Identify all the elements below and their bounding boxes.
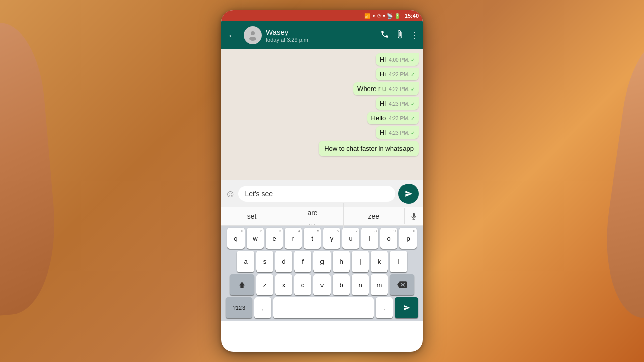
chat-area: Hi 4:00 PM. ✓ Hi 4:22 PM. ✓ Where r u 4:… — [221, 49, 423, 180]
phone-icon[interactable] — [380, 30, 389, 41]
key-j[interactable]: j — [352, 251, 369, 272]
key-l[interactable]: l — [390, 251, 407, 272]
more-icon[interactable]: ⋮ — [411, 31, 419, 40]
key-u[interactable]: 7u — [342, 228, 359, 249]
key-v[interactable]: v — [313, 274, 331, 295]
key-q[interactable]: 1q — [227, 228, 245, 249]
battery-icon: 🔋 — [394, 13, 400, 19]
space-key[interactable] — [273, 297, 374, 318]
key-c[interactable]: c — [294, 274, 311, 295]
keyboard-row-4: ?123 , . — [222, 297, 422, 318]
avatar — [244, 26, 262, 44]
status-bar: 📶 ✦ ⟳ ▾ 📡 🔋 15:40 — [221, 10, 423, 21]
emoji-button[interactable]: ☺ — [225, 188, 235, 200]
back-button[interactable]: ← — [225, 28, 239, 43]
hand-left — [0, 20, 63, 322]
signal-icon: 📡 — [387, 13, 393, 19]
message-5: Hello 4:23 PM. ✓ — [367, 112, 419, 124]
key-o[interactable]: 9o — [380, 228, 397, 249]
message-input-field[interactable]: Let's see — [238, 186, 395, 202]
svg-point-1 — [249, 37, 256, 41]
key-r[interactable]: 4r — [285, 228, 302, 249]
message-3: Where r u 4:22 PM. ✓ — [353, 82, 419, 95]
keyboard: 1q 2w 3e 4r 5t 6y 7u 8i 9o 0p a s d f g … — [221, 226, 423, 321]
mic-button[interactable] — [405, 212, 423, 220]
key-h[interactable]: h — [333, 251, 350, 272]
key-b[interactable]: b — [333, 274, 350, 295]
svg-point-0 — [251, 31, 255, 35]
autocomplete-zee[interactable]: zee — [344, 208, 405, 224]
comma-key[interactable]: , — [254, 297, 271, 318]
bluetooth-icon: ✦ — [372, 13, 376, 19]
contact-name: Wasey — [266, 28, 376, 37]
key-y[interactable]: 6y — [323, 228, 340, 249]
autocomplete-set[interactable]: set — [221, 208, 282, 224]
wifi-icon: ▾ — [383, 13, 385, 19]
message-6: Hi 4:23 PM. ✓ — [376, 126, 419, 139]
contact-status: today at 3:29 p.m. — [266, 37, 376, 43]
key-s[interactable]: s — [256, 251, 273, 272]
sim-icon: 📶 — [364, 13, 370, 19]
key-t[interactable]: 5t — [304, 228, 321, 249]
key-e[interactable]: 3e — [266, 228, 283, 249]
message-1: Hi 4:00 PM. ✓ — [376, 53, 419, 66]
key-d[interactable]: d — [275, 251, 292, 272]
scene: 📶 ✦ ⟳ ▾ 📡 🔋 15:40 ← Wasey today at 3:29 … — [0, 0, 644, 362]
period-key[interactable]: . — [376, 297, 393, 318]
message-2: Hi 4:22 PM. ✓ — [376, 68, 419, 80]
key-z[interactable]: z — [256, 274, 273, 295]
header-icons: ⋮ — [380, 30, 419, 41]
key-i[interactable]: 8i — [361, 228, 378, 249]
chat-header: ← Wasey today at 3:29 p.m. — [221, 21, 423, 49]
autocomplete-are[interactable]: are — [307, 205, 317, 221]
attach-icon[interactable] — [395, 30, 405, 41]
shift-key[interactable] — [230, 274, 254, 295]
contact-info: Wasey today at 3:29 p.m. — [266, 28, 376, 43]
message-7: How to chat faster in whatsapp — [319, 141, 419, 156]
autocomplete-bar: set are ··· zee — [221, 207, 423, 226]
send-button[interactable] — [398, 184, 419, 204]
sym-key[interactable]: ?123 — [226, 297, 252, 318]
message-4: Hi 4:23 PM. ✓ — [376, 97, 419, 110]
status-time: 15:40 — [405, 13, 419, 19]
input-text-plain: Let's — [245, 190, 261, 198]
keyboard-send-key[interactable] — [395, 297, 418, 318]
hand-right — [595, 33, 644, 330]
key-p[interactable]: 0p — [399, 228, 417, 249]
backspace-key[interactable] — [390, 274, 414, 295]
key-g[interactable]: g — [313, 251, 331, 272]
status-icons: 📶 ✦ ⟳ ▾ 📡 🔋 — [364, 13, 400, 19]
key-k[interactable]: k — [371, 251, 388, 272]
keyboard-row-1: 1q 2w 3e 4r 5t 6y 7u 8i 9o 0p — [222, 228, 422, 249]
autocomplete-dots: ··· — [308, 221, 316, 228]
keyboard-row-2: a s d f g h j k l — [222, 251, 422, 272]
key-n[interactable]: n — [352, 274, 369, 295]
key-a[interactable]: a — [237, 251, 254, 272]
sync-icon: ⟳ — [377, 13, 381, 19]
input-text-underlined: see — [261, 190, 273, 198]
key-f[interactable]: f — [294, 251, 311, 272]
key-w[interactable]: 2w — [247, 228, 264, 249]
keyboard-row-3: z x c v b n m — [222, 274, 422, 295]
key-m[interactable]: m — [371, 274, 388, 295]
phone-frame: 📶 ✦ ⟳ ▾ 📡 🔋 15:40 ← Wasey today at 3:29 … — [221, 10, 423, 352]
key-x[interactable]: x — [275, 274, 292, 295]
